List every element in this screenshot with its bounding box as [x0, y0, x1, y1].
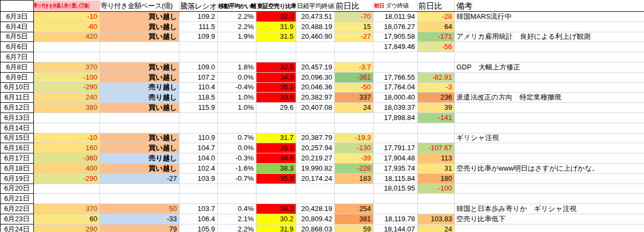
cell-nikkei-chg[interactable]	[335, 194, 374, 204]
cell-ma[interactable]: -1.6%	[218, 163, 256, 173]
header-dow-close[interactable]: 前日 ダウ終値	[374, 1, 418, 12]
cell-ratio[interactable]: 106.4	[180, 214, 218, 224]
cell-nikkei[interactable]	[296, 123, 335, 133]
cell-nikkei[interactable]: 20,488.19	[296, 22, 335, 32]
cell-ma[interactable]: 0.0%	[218, 72, 256, 82]
cell-base[interactable]	[100, 123, 180, 133]
cell-foreign[interactable]: 60	[34, 214, 100, 224]
cell-nikkei-chg[interactable]	[335, 123, 374, 133]
cell-foreign[interactable]: 380	[34, 103, 100, 113]
cell-base[interactable]	[100, 194, 180, 204]
date-cell[interactable]: 6月3日	[1, 12, 34, 22]
cell-note[interactable]	[455, 72, 644, 82]
cell-note[interactable]	[455, 103, 644, 113]
cell-base[interactable]	[100, 184, 180, 194]
cell-base[interactable]: 買い越し	[100, 72, 180, 82]
cell-note[interactable]	[455, 194, 644, 204]
cell-base[interactable]: 50	[100, 204, 180, 214]
cell-ratio[interactable]: 107.2	[180, 72, 218, 82]
cell-short[interactable]: 31.9	[256, 22, 296, 32]
cell-nikkei-chg[interactable]: 24	[335, 103, 374, 113]
cell-ratio[interactable]	[180, 42, 218, 52]
cell-note[interactable]: GDP 大幅上方修正	[455, 62, 644, 72]
cell-short[interactable]: 31.9	[256, 224, 296, 232]
cell-foreign[interactable]: -10	[34, 133, 100, 143]
cell-dow[interactable]: 17,791.17	[374, 143, 418, 153]
cell-ratio[interactable]	[180, 52, 218, 62]
cell-base[interactable]: 売り越し	[100, 153, 180, 164]
cell-ratio[interactable]: 103.9	[180, 173, 218, 184]
cell-dow[interactable]: 18,144.07	[374, 224, 418, 232]
cell-dow-chg[interactable]: -56	[418, 42, 455, 52]
date-cell[interactable]: 6月7日	[1, 52, 34, 62]
cell-base[interactable]: 買い越し	[100, 103, 180, 113]
date-cell[interactable]: 6月10日	[1, 82, 34, 93]
cell-ma[interactable]: 1.0%	[218, 103, 256, 113]
cell-ma[interactable]	[218, 42, 256, 52]
cell-nikkei[interactable]: 20,257.94	[296, 143, 335, 153]
cell-ratio[interactable]: 104.7	[180, 143, 218, 153]
cell-nikkei-chg[interactable]	[335, 184, 374, 194]
cell-dow-chg[interactable]	[418, 52, 455, 62]
cell-nikkei[interactable]	[296, 42, 335, 52]
date-cell[interactable]: 6月11日	[1, 93, 34, 103]
cell-dow[interactable]: 17,764.04	[374, 82, 418, 93]
cell-dow-chg[interactable]	[418, 123, 455, 133]
date-cell[interactable]: 6月12日	[1, 103, 34, 113]
cell-dow[interactable]: 17,904.48	[374, 153, 418, 164]
cell-ratio[interactable]: 109.2	[180, 12, 218, 22]
cell-dow-chg[interactable]: -3	[418, 82, 455, 93]
cell-base[interactable]	[100, 113, 180, 123]
cell-ratio[interactable]	[180, 194, 218, 204]
cell-base[interactable]: 買い越し	[100, 143, 180, 153]
cell-dow-chg[interactable]	[418, 133, 455, 143]
cell-base[interactable]: 売り越し	[100, 82, 180, 93]
cell-ma[interactable]	[218, 194, 256, 204]
cell-ma[interactable]: -0.3%	[218, 153, 256, 164]
date-cell[interactable]: 6月24日	[1, 224, 34, 232]
cell-dow[interactable]	[374, 62, 418, 72]
cell-dow-chg[interactable]: 236	[418, 93, 455, 103]
cell-nikkei[interactable]: 20,046.36	[296, 82, 335, 93]
cell-foreign[interactable]: 400	[34, 163, 100, 173]
cell-base[interactable]: -27	[100, 173, 180, 184]
cell-ma[interactable]: 0.0%	[218, 143, 256, 153]
cell-ma[interactable]: 0.4%	[218, 204, 256, 214]
cell-foreign[interactable]: 420	[34, 32, 100, 42]
cell-dow[interactable]: 18,011.94	[374, 12, 418, 22]
cell-ratio[interactable]: 118.5	[180, 93, 218, 103]
cell-nikkei-chg[interactable]: -130	[335, 143, 374, 153]
cell-dow[interactable]: 18,039.37	[374, 103, 418, 113]
cell-note[interactable]	[455, 22, 644, 32]
date-cell[interactable]: 6月23日	[1, 214, 34, 224]
cell-ma[interactable]: 2.2%	[218, 22, 256, 32]
cell-note[interactable]	[455, 42, 644, 52]
cell-ratio[interactable]: 105.9	[180, 224, 218, 232]
cell-foreign[interactable]: -60	[34, 22, 100, 32]
cell-note[interactable]: 空売り比率がwww明日はさすがに上げかな。	[455, 163, 644, 173]
cell-nikkei[interactable]: 20,428.19	[296, 204, 335, 214]
cell-short[interactable]	[256, 184, 296, 194]
header-nikkei-close[interactable]: 日経平均終値	[296, 1, 335, 12]
date-cell[interactable]: 6月14日	[1, 123, 34, 133]
cell-note[interactable]	[455, 184, 644, 194]
cell-ratio[interactable]: 115.9	[180, 103, 218, 113]
header-updown-ratio[interactable]: 騰落レシオ	[180, 1, 218, 12]
cell-nikkei-chg[interactable]	[335, 113, 374, 123]
cell-dow-chg[interactable]	[418, 194, 455, 204]
cell-nikkei-chg[interactable]: -27	[335, 32, 374, 42]
cell-short[interactable]	[256, 42, 296, 52]
date-cell[interactable]: 6月15日	[1, 133, 34, 143]
cell-ratio[interactable]: 111.5	[180, 22, 218, 32]
cell-dow-chg[interactable]	[418, 204, 455, 214]
cell-ma[interactable]	[218, 184, 256, 194]
cell-nikkei[interactable]: 20,868.03	[296, 224, 335, 232]
cell-nikkei[interactable]: 20,387.79	[296, 133, 335, 143]
cell-ma[interactable]: 2.1%	[218, 214, 256, 224]
cell-short[interactable]: 31.7	[256, 133, 296, 143]
cell-base[interactable]: 売り越し	[100, 93, 180, 103]
cell-nikkei[interactable]: 20,382.97	[296, 93, 335, 103]
header-nikkei-change[interactable]: 前日比	[335, 1, 374, 12]
cell-note[interactable]: 韓国と日本歩み寄りか ギリシャ注視	[455, 204, 644, 214]
cell-ma[interactable]: 1.0%	[218, 93, 256, 103]
